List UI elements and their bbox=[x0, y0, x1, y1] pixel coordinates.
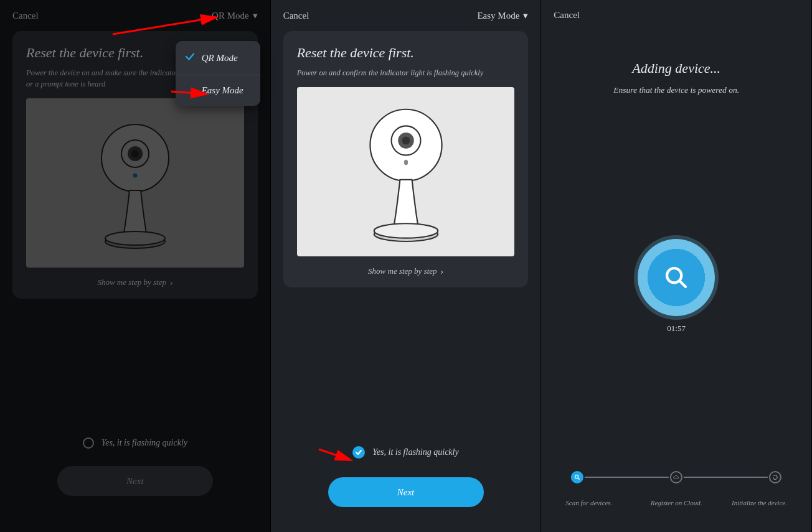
svg-point-6 bbox=[105, 231, 165, 245]
chevron-down-icon: ▾ bbox=[253, 10, 258, 21]
cancel-button[interactable]: Cancel bbox=[283, 11, 309, 21]
progress-label-register: Register on Cloud. bbox=[640, 498, 712, 507]
topbar: Cancel QR Mode ▾ bbox=[0, 0, 270, 27]
next-button-label: Next bbox=[126, 476, 144, 487]
screen-easy-mode: Cancel Easy Mode ▾ Reset the device firs… bbox=[271, 0, 542, 532]
chevron-right-icon: › bbox=[441, 267, 443, 276]
dropdown-item-easy-mode[interactable]: Easy Mode bbox=[176, 75, 260, 106]
svg-line-20 bbox=[578, 478, 580, 480]
confirm-row[interactable]: Yes, it is flashing quickly bbox=[0, 437, 270, 449]
chevron-right-icon: › bbox=[170, 278, 172, 287]
screen-adding-device: Cancel Adding device... Ensure that the … bbox=[541, 0, 812, 532]
progress-node-scan bbox=[571, 471, 583, 483]
cancel-button[interactable]: Cancel bbox=[12, 11, 39, 21]
svg-line-18 bbox=[679, 281, 686, 287]
topbar: Cancel Easy Mode ▾ bbox=[271, 0, 541, 27]
reset-card: Reset the device first. Power on and con… bbox=[283, 31, 529, 287]
dropdown-item-qr-mode[interactable]: QR Mode bbox=[176, 41, 260, 75]
chevron-down-icon: ▾ bbox=[523, 10, 528, 21]
device-illustration bbox=[297, 87, 515, 256]
mode-dropdown-menu: QR Mode Easy Mode bbox=[176, 41, 260, 106]
countdown-timer: 01:57 bbox=[667, 324, 686, 334]
next-button[interactable]: Next bbox=[328, 477, 484, 507]
mode-dropdown-button[interactable]: QR Mode ▾ bbox=[212, 10, 258, 21]
adding-header: Adding device... Ensure that the device … bbox=[541, 60, 811, 95]
adding-subtitle: Ensure that the device is powered on. bbox=[541, 85, 811, 95]
progress-line bbox=[585, 477, 669, 478]
mode-dropdown-label: QR Mode bbox=[212, 11, 249, 21]
confirm-label: Yes, it is flashing quickly bbox=[102, 438, 187, 448]
progress-label-initialize: Initialize the device. bbox=[714, 498, 787, 507]
dropdown-item-label: QR Mode bbox=[202, 53, 238, 63]
show-steps-link[interactable]: Show me step by step › bbox=[26, 278, 244, 287]
mode-dropdown-button[interactable]: Easy Mode ▾ bbox=[477, 10, 528, 21]
topbar: Cancel bbox=[541, 0, 811, 27]
progress-label-scan: Scan for devices. bbox=[565, 498, 638, 507]
progress-node-initialize bbox=[769, 471, 781, 483]
next-button-label: Next bbox=[397, 487, 415, 498]
checkbox-checked-icon[interactable] bbox=[352, 446, 365, 459]
svg-point-19 bbox=[575, 475, 578, 478]
refresh-icon bbox=[772, 474, 778, 480]
adding-title: Adding device... bbox=[541, 60, 811, 77]
confirm-label: Yes, it is flashing quickly bbox=[372, 447, 458, 457]
confirm-row[interactable]: Yes, it is flashing quickly bbox=[271, 446, 541, 459]
svg-point-4 bbox=[133, 174, 137, 178]
show-steps-label: Show me step by step bbox=[368, 266, 437, 276]
scanning-indicator bbox=[638, 239, 715, 316]
mode-dropdown-label: Easy Mode bbox=[477, 11, 519, 21]
svg-point-15 bbox=[374, 223, 437, 238]
cancel-button[interactable]: Cancel bbox=[554, 10, 580, 21]
cloud-icon bbox=[673, 474, 679, 480]
progress-steps bbox=[571, 471, 781, 483]
svg-point-3 bbox=[131, 150, 139, 157]
search-icon bbox=[664, 265, 689, 290]
dropdown-item-label: Easy Mode bbox=[202, 85, 243, 96]
card-subtitle: Power on and confirm the indicator light… bbox=[297, 67, 515, 78]
next-button[interactable]: Next bbox=[57, 466, 213, 496]
show-steps-label: Show me step by step bbox=[97, 278, 166, 287]
search-icon bbox=[574, 474, 580, 480]
progress-line bbox=[684, 477, 768, 478]
screen-qr-mode: Cancel QR Mode ▾ Reset the device first.… bbox=[0, 0, 271, 532]
svg-point-12 bbox=[402, 137, 410, 145]
progress-node-register bbox=[670, 471, 682, 483]
show-steps-link[interactable]: Show me step by step › bbox=[297, 266, 515, 276]
progress-labels: Scan for devices. Register on Cloud. Ini… bbox=[565, 498, 787, 507]
check-icon bbox=[184, 51, 196, 65]
card-title: Reset the device first. bbox=[297, 45, 515, 61]
device-illustration bbox=[26, 98, 244, 268]
checkbox-unchecked-icon[interactable] bbox=[83, 437, 94, 449]
svg-point-13 bbox=[404, 160, 407, 166]
